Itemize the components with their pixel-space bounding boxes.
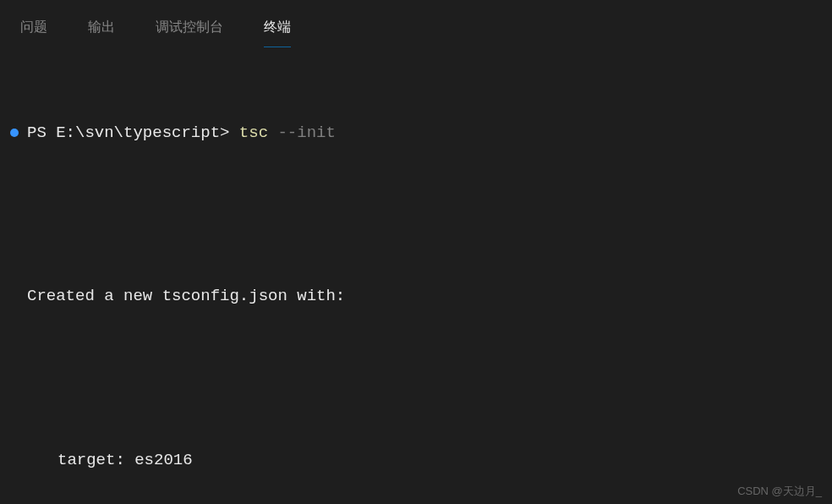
blank-line bbox=[10, 200, 822, 227]
terminal-line: PS E:\svn\typescript> tsc --init bbox=[10, 119, 822, 146]
blank-line bbox=[10, 364, 822, 392]
prompt-path: PS E:\svn\typescript> bbox=[27, 119, 239, 146]
command-name: tsc bbox=[239, 119, 268, 146]
terminal-output-line: target: es2016 bbox=[10, 446, 822, 474]
watermark: CSDN @天边月_ bbox=[737, 484, 822, 499]
terminal-panel[interactable]: PS E:\svn\typescript> tsc --init Created… bbox=[0, 47, 832, 504]
command-arg: --init bbox=[268, 119, 336, 146]
tab-terminal[interactable]: 终端 bbox=[244, 10, 311, 47]
output-text: Created a new tsconfig.json with: bbox=[27, 282, 345, 310]
panel-tabs: 问题 输出 调试控制台 终端 bbox=[0, 0, 832, 47]
tab-problems[interactable]: 问题 bbox=[0, 10, 68, 47]
tab-output[interactable]: 输出 bbox=[68, 10, 135, 47]
prompt-dot-active-icon bbox=[10, 129, 19, 137]
output-text: target: es2016 bbox=[57, 446, 193, 474]
tab-debug-console[interactable]: 调试控制台 bbox=[135, 10, 244, 47]
terminal-output-line: Created a new tsconfig.json with: bbox=[10, 282, 822, 310]
